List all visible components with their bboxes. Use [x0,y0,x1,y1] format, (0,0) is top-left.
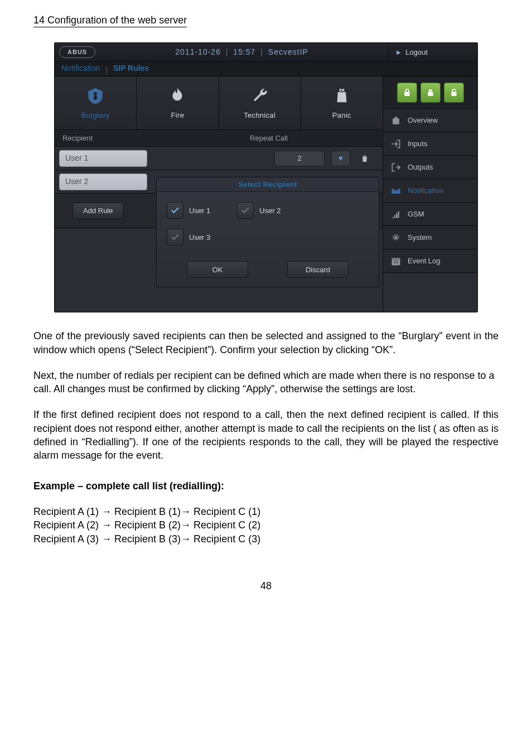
list-subheader: Recipient Repeat Call [55,130,383,147]
signal-icon [390,208,402,220]
sidebar-outputs-label: Outputs [408,162,433,172]
sidebar-eventlog-label: Event Log [408,256,441,266]
svg-rect-2 [341,89,342,93]
fire-icon [167,86,187,106]
option-user2[interactable]: User 2 [237,202,280,219]
lock-closed-icon [402,88,412,98]
paragraph-3: If the first defined recipient does not … [33,408,499,462]
sidebar-item-notification[interactable]: Notification [383,179,477,203]
discard-button[interactable]: Discard [287,261,349,278]
header-sep2: | [260,47,266,56]
header-sep1: | [226,47,231,56]
sidebar-item-event-log[interactable]: 18 Event Log [383,249,477,273]
app-header: ABUS 2011-10-26 | 15:57 | SecvestIP ▶ Lo… [55,43,477,62]
sidebar-item-inputs[interactable]: Inputs [383,132,477,156]
header-status: 2011-10-26 | 15:57 | SecvestIP [95,47,388,57]
recipient-user2-pill[interactable]: User 2 [59,174,147,190]
checkbox-user3[interactable] [167,229,183,245]
brand-logo: ABUS [59,46,95,58]
example-line-1: Recipient A (1) → Recipient B (1)→ Recip… [33,505,499,518]
svg-rect-1 [94,95,97,100]
recipient-user1-pill[interactable]: User 1 [59,150,147,167]
event-burglary-tab[interactable]: Burglary [55,76,137,129]
event-fire-tab[interactable]: Fire [137,76,219,129]
example-title: Example – complete call list (redialling… [33,479,499,493]
event-technical-tab[interactable]: Technical [219,76,301,129]
article-text: One of the previously saved recipients c… [33,329,499,546]
repeat-call-value-1[interactable]: 2 [274,151,325,166]
event-panic-label: Panic [332,110,351,121]
house-icon [390,114,402,127]
tab-notification[interactable]: Notification [58,61,103,76]
svg-point-0 [94,92,97,95]
header-time: 15:57 [233,47,255,56]
gear-icon [390,232,402,244]
lock-open-icon [449,88,459,98]
checkbox-user1[interactable] [167,202,183,219]
event-burglary-label: Burglary [81,110,110,121]
logout-label: Logout [405,47,428,57]
header-date: 2011-10-26 [175,47,221,56]
subheader-recipient: Recipient [62,133,93,143]
page-section-header: 14 Configuration of the web server [33,13,499,27]
checkmark-icon [240,205,250,215]
arrow-out-icon [390,161,402,174]
app-window: ABUS 2011-10-26 | 15:57 | SecvestIP ▶ Lo… [54,42,478,312]
calendar-day-text: 18 [393,259,398,266]
page-number: 48 [33,579,499,593]
paragraph-2: Next, the number of redials per recipien… [33,369,499,396]
select-recipient-dialog: Select Recipient User 1 [156,177,379,287]
header-product: SecvestIP [268,47,308,56]
arm-button-2[interactable] [420,83,441,103]
calendar-icon: 18 [390,255,402,267]
dialog-title: Select Recipient [157,177,379,192]
sidebar-inputs-label: Inputs [408,139,427,149]
chevron-down-icon: ▼ [337,154,344,163]
panic-icon [332,86,352,106]
paragraph-1: One of the previously saved recipients c… [33,329,499,357]
option-user3[interactable]: User 3 [167,229,210,245]
sidebar-item-outputs[interactable]: Outputs [383,156,477,179]
sidebar-notification-label: Notification [408,186,443,196]
option-user3-label: User 3 [189,233,210,243]
checkmark-icon [170,232,180,242]
sidebar-item-system[interactable]: System [383,226,477,249]
arrow-in-icon [390,138,402,150]
arm-button-3[interactable] [444,83,464,103]
event-panic-tab[interactable]: Panic [301,76,383,129]
logout-arrow-icon: ▶ [396,49,401,56]
sidebar-item-gsm[interactable]: GSM [383,203,477,226]
option-user1[interactable]: User 1 [167,202,210,219]
wrench-icon [250,86,270,106]
arm-buttons-row [383,76,477,109]
sidebar-gsm-label: GSM [408,209,424,219]
sidebar: Overview Inputs Outputs [383,76,477,312]
rule-row-1: User 1 2 ▼ [55,147,383,170]
ok-button[interactable]: OK [187,261,248,278]
checkbox-user2[interactable] [237,202,254,219]
lock-home-icon [425,88,436,98]
event-tab-row: Burglary Fire Technical [55,76,383,130]
envelope-icon [390,185,402,197]
delete-row-1-button[interactable] [357,151,373,166]
event-technical-label: Technical [244,110,275,121]
logout-button[interactable]: ▶ Logout [388,43,477,62]
sidebar-overview-label: Overview [408,115,438,126]
arm-button-1[interactable] [397,83,417,103]
trash-icon [360,154,369,163]
repeat-call-dropdown-1[interactable]: ▼ [331,151,350,166]
tab-bar: Notification | SIP Rules [55,62,477,76]
example-line-2: Recipient A (2) → Recipient B (2)→ Recip… [33,518,499,532]
sidebar-system-label: System [408,233,432,243]
option-user1-label: User 1 [189,206,210,216]
burglary-icon [85,86,105,106]
option-user2-label: User 2 [259,206,280,216]
tab-sip-rules[interactable]: SIP Rules [110,61,152,76]
checkmark-icon [170,205,180,215]
event-fire-label: Fire [171,110,185,121]
sidebar-item-overview[interactable]: Overview [383,109,477,132]
main-panel: Burglary Fire Technical [55,76,383,312]
subheader-repeat-call: Repeat Call [250,133,288,143]
example-line-3: Recipient A (3) → Recipient B (3)→ Recip… [33,532,499,546]
add-rule-button[interactable]: Add Rule [72,203,123,219]
